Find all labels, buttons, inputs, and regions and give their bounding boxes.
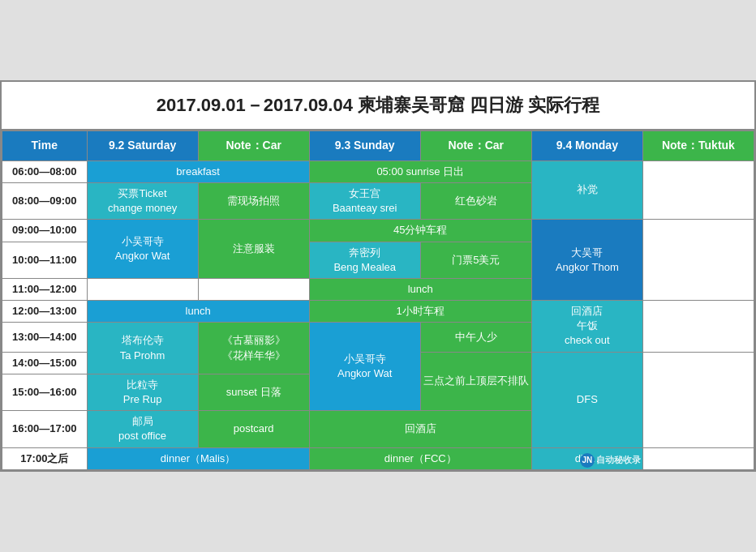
- table-row: 17:00之后 dinner（Malis） dinner（FCC） din… J…: [2, 447, 754, 469]
- header-saturday: 9.2 Saturday: [87, 131, 198, 161]
- cell-notesat-1300: 《古墓丽影》《花样年华》: [198, 323, 309, 374]
- time-0900: 09:00—10:00: [2, 220, 88, 242]
- table-row: 06:00—08:00 breakfast 05:00 sunrise 日出 补…: [2, 160, 754, 182]
- time-1600: 16:00—17:00: [2, 411, 88, 447]
- cell-sat-1200: lunch: [87, 301, 309, 323]
- cell-sat-1100: [87, 278, 198, 300]
- schedule-container: 2017.09.01－2017.09.04 柬埔寨吴哥窟 四日游 实际行程 Ti…: [0, 80, 756, 472]
- cell-tuk-1400: [642, 352, 754, 447]
- cell-notesun-1300: 中午人少: [420, 323, 531, 352]
- cell-tuk-1200: [642, 301, 754, 353]
- cell-sun-1100: lunch: [309, 278, 531, 300]
- cell-tuk-1700: [642, 447, 754, 469]
- cell-sun-0900: 45分钟车程: [309, 220, 531, 242]
- cell-sun-1000: 奔密列Beng Mealea: [309, 242, 420, 278]
- cell-notesun-1400: 三点之前上顶层不排队: [420, 352, 531, 411]
- cell-notesat-0800: 需现场拍照: [198, 182, 309, 219]
- cell-notesun-0800: 红色砂岩: [420, 182, 531, 219]
- cell-sun-0800: 女王宫Baanteay srei: [309, 182, 420, 219]
- cell-sun-1700: dinner（FCC）: [309, 447, 531, 469]
- table-row: 12:00—13:00 lunch 1小时车程 回酒店午饭check out: [2, 301, 754, 323]
- cell-sun-1600: 回酒店: [309, 411, 531, 447]
- header-note-tuk: Note：Tuktuk: [642, 131, 754, 161]
- cell-mon-0600: 补觉: [531, 160, 642, 220]
- cell-tuk-0600: [642, 160, 754, 220]
- cell-sat-1700: dinner（Malis）: [87, 447, 309, 469]
- cell-mon-0900: 大吴哥Angkor Thom: [531, 220, 642, 301]
- time-0800: 08:00—09:00: [2, 182, 88, 219]
- time-1400: 14:00—15:00: [2, 352, 88, 374]
- cell-sat-0900: 小吴哥寺Angkor Wat: [87, 220, 198, 279]
- schedule-table: Time 9.2 Saturday Note：Car 9.3 Sunday No…: [2, 131, 754, 470]
- cell-mon-1700: din… JN自动秘收录: [531, 447, 642, 469]
- main-title: 2017.09.01－2017.09.04 柬埔寨吴哥窟 四日游 实际行程: [2, 82, 754, 131]
- header-row: Time 9.2 Saturday Note：Car 9.3 Sunday No…: [2, 131, 754, 161]
- cell-sun-1200: 1小时车程: [309, 301, 531, 323]
- time-1500: 15:00—16:00: [2, 374, 88, 410]
- header-sunday: 9.3 Sunday: [309, 131, 420, 161]
- cell-notesat-0900: 注意服装: [198, 220, 309, 279]
- watermark: JN自动秘收录: [580, 453, 641, 468]
- time-1100: 11:00—12:00: [2, 278, 88, 300]
- cell-sat-1500: 比粒寺Pre Rup: [87, 374, 198, 410]
- cell-tuk-0900: [642, 220, 754, 301]
- cell-sun-1300: 小吴哥寺Angkor Wat: [309, 323, 420, 411]
- header-monday: 9.4 Monday: [531, 131, 642, 161]
- time-1200: 12:00—13:00: [2, 301, 88, 323]
- cell-notesat-1600: postcard: [198, 411, 309, 447]
- logo-icon: JN: [580, 453, 595, 468]
- cell-sat-0800: 买票Ticketchange money: [87, 182, 198, 219]
- header-time: Time: [2, 131, 88, 161]
- header-note-sat: Note：Car: [198, 131, 309, 161]
- cell-sat-1300: 塔布伦寺Ta Prohm: [87, 323, 198, 374]
- cell-notesun-1000: 门票5美元: [420, 242, 531, 278]
- cell-notesat-1100: [198, 278, 309, 300]
- header-note-sun: Note：Car: [420, 131, 531, 161]
- cell-notesat-1500: sunset 日落: [198, 374, 309, 410]
- cell-sat-0600: breakfast: [87, 160, 309, 182]
- time-1700: 17:00之后: [2, 447, 88, 469]
- table-row: 09:00—10:00 小吴哥寺Angkor Wat 注意服装 45分钟车程 大…: [2, 220, 754, 242]
- cell-sun-0600: 05:00 sunrise 日出: [309, 160, 531, 182]
- time-1300: 13:00—14:00: [2, 323, 88, 352]
- time-0600: 06:00—08:00: [2, 160, 88, 182]
- cell-sat-1600: 邮局post office: [87, 411, 198, 447]
- cell-mon-1200: 回酒店午饭check out: [531, 301, 642, 353]
- time-1000: 10:00—11:00: [2, 242, 88, 278]
- cell-mon-1400: DFS: [531, 352, 642, 447]
